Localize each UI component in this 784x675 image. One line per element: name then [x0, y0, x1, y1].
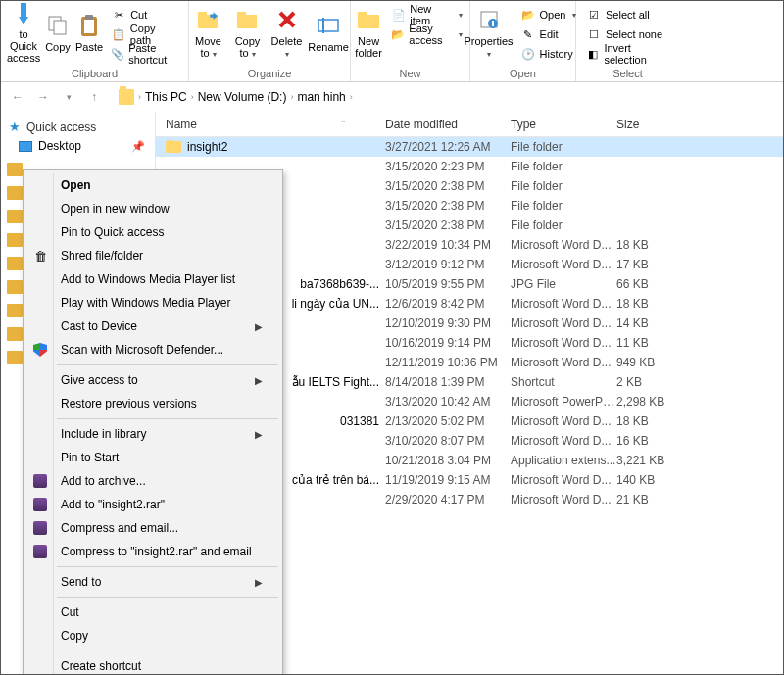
new-item-button[interactable]: 📄New item▾ — [387, 5, 466, 24]
chevron-right-icon[interactable]: › — [290, 92, 293, 102]
context-menu-label: Restore previous versions — [61, 397, 197, 410]
column-date[interactable]: Date modified — [385, 118, 511, 131]
select-all-button[interactable]: ☑Select all — [582, 5, 673, 24]
back-button[interactable]: ← — [7, 86, 28, 108]
chevron-right-icon[interactable]: › — [191, 92, 194, 102]
paste-button[interactable]: Paste — [74, 3, 105, 62]
sidebar-stub[interactable] — [7, 351, 23, 364]
recent-button[interactable]: ▾ — [58, 86, 79, 108]
sidebar-item-desktop[interactable]: Desktop 📌 — [1, 136, 155, 156]
copy-to-label: Copy to — [235, 35, 261, 59]
row-date: 3/27/2021 12:26 AM — [385, 140, 511, 154]
context-menu-item[interactable]: 🗑Shred file/folder — [25, 244, 280, 267]
context-menu-item[interactable]: Compress to "insight2.rar" and email — [25, 540, 280, 563]
select-none-label: Select none — [606, 28, 662, 40]
row-date: 10/21/2018 3:04 PM — [385, 454, 511, 467]
table-row[interactable]: insight23/27/2021 12:26 AMFile folder — [156, 137, 783, 157]
context-menu-item[interactable]: Add to archive... — [25, 469, 280, 493]
svg-rect-17 — [358, 12, 368, 17]
column-name[interactable]: Name˄ — [156, 118, 385, 131]
row-size: 21 KB — [616, 493, 714, 506]
copy-button[interactable]: Copy — [42, 3, 74, 62]
delete-icon — [273, 6, 301, 33]
sidebar-stub[interactable] — [7, 327, 23, 341]
shred-icon: 🗑 — [31, 247, 49, 265]
history-button[interactable]: 🕑History — [516, 44, 581, 64]
copy-path-button[interactable]: 📋Copy path — [107, 24, 182, 44]
chevron-right-icon[interactable]: › — [138, 92, 141, 102]
sidebar-stub[interactable] — [7, 186, 23, 200]
context-menu-item[interactable]: Send to▶ — [25, 570, 280, 594]
context-menu-label: Compress to "insight2.rar" and email — [61, 545, 252, 558]
row-name: li ngày của UN... — [292, 297, 379, 311]
context-menu-item[interactable]: Open — [25, 173, 280, 197]
row-type: Microsoft PowerPo... — [511, 395, 616, 409]
sidebar-stub[interactable] — [7, 257, 23, 270]
svg-rect-14 — [318, 20, 338, 31]
context-menu-item[interactable]: Copy — [25, 624, 280, 648]
context-menu-item[interactable]: Include in library▶ — [25, 422, 280, 446]
up-button[interactable]: ↑ — [83, 86, 105, 108]
context-menu-label: Compress and email... — [61, 521, 178, 535]
delete-button[interactable]: Delete ▾ — [268, 3, 307, 62]
move-to-button[interactable]: Move to ▾ — [189, 3, 228, 62]
paste-shortcut-button[interactable]: 📎Paste shortcut — [107, 44, 182, 64]
context-menu-item[interactable]: Restore previous versions — [25, 392, 280, 415]
row-type: File folder — [511, 179, 616, 193]
breadcrumb-this-pc[interactable]: This PC — [145, 90, 187, 104]
chevron-right-icon[interactable]: › — [350, 92, 353, 102]
sidebar-stub[interactable] — [7, 210, 23, 223]
context-menu-item[interactable]: Compress and email... — [25, 516, 280, 540]
context-menu-item[interactable]: Pin to Quick access — [25, 220, 280, 244]
rar-icon — [31, 543, 49, 560]
new-folder-button[interactable]: New folder — [352, 3, 385, 62]
copy-to-button[interactable]: Copy to ▾ — [228, 3, 268, 62]
context-menu-item[interactable]: Add to "insight2.rar" — [25, 493, 280, 516]
context-menu-item[interactable]: Scan with Microsoft Defender... — [25, 338, 280, 362]
easy-access-button[interactable]: 📂Easy access▾ — [387, 24, 466, 44]
sidebar-stub[interactable] — [7, 304, 23, 317]
context-menu-item[interactable]: Cut — [25, 601, 280, 624]
open-button[interactable]: 📂Open▾ — [516, 5, 581, 24]
context-menu-item[interactable]: Play with Windows Media Player — [25, 291, 280, 314]
column-type[interactable]: Type — [511, 118, 616, 131]
rar-icon — [31, 472, 49, 490]
row-date: 10/5/2019 9:55 PM — [385, 277, 511, 291]
context-menu-item[interactable]: Cast to Device▶ — [25, 314, 280, 338]
breadcrumb-folder[interactable]: man hinh — [297, 90, 345, 104]
context-menu-label: Open — [61, 178, 91, 192]
chevron-right-icon: ▶ — [255, 375, 263, 386]
rar-icon — [31, 496, 49, 513]
ribbon-group-organize: Move to ▾ Copy to ▾ Delete ▾ Rename Orga… — [189, 1, 351, 81]
context-menu-item[interactable]: Give access to▶ — [25, 368, 280, 392]
context-menu-item[interactable]: Pin to Start — [25, 446, 280, 469]
svg-rect-8 — [198, 12, 207, 17]
clipboard-group-label: Clipboard — [72, 66, 118, 81]
properties-button[interactable]: Properties ▾ — [464, 3, 514, 62]
svg-marker-1 — [19, 17, 28, 24]
breadcrumb-volume[interactable]: New Volume (D:) — [198, 90, 287, 104]
pin-quick-button[interactable]: to Quick access — [5, 3, 42, 62]
context-menu-item[interactable]: Create shortcut — [25, 654, 280, 675]
column-size[interactable]: Size — [616, 118, 714, 131]
svg-rect-3 — [54, 21, 66, 34]
sidebar-stub[interactable] — [7, 280, 23, 294]
context-menu-label: Cut — [61, 605, 79, 619]
forward-button[interactable]: → — [32, 86, 54, 108]
row-type: Microsoft Word D... — [511, 336, 616, 350]
invert-selection-button[interactable]: ◧Invert selection — [582, 44, 673, 64]
quick-access-header[interactable]: ★ Quick access — [1, 118, 155, 136]
sidebar-stub[interactable] — [7, 233, 23, 247]
context-menu-separator — [57, 566, 278, 567]
rename-button[interactable]: Rename — [307, 3, 351, 62]
select-none-button[interactable]: ☐Select none — [582, 24, 673, 44]
row-date: 2/29/2020 4:17 PM — [385, 493, 511, 506]
context-menu-label: Pin to Quick access — [61, 225, 164, 239]
context-menu-item[interactable]: Add to Windows Media Player list — [25, 267, 280, 291]
context-menu-item[interactable]: Open in new window — [25, 197, 280, 220]
cut-button[interactable]: ✂Cut — [107, 5, 182, 24]
breadcrumb[interactable]: › This PC › New Volume (D:) › man hinh › — [119, 89, 353, 105]
sidebar-stub[interactable] — [7, 163, 23, 176]
desktop-icon — [19, 141, 32, 152]
edit-button[interactable]: ✎Edit — [516, 24, 581, 44]
